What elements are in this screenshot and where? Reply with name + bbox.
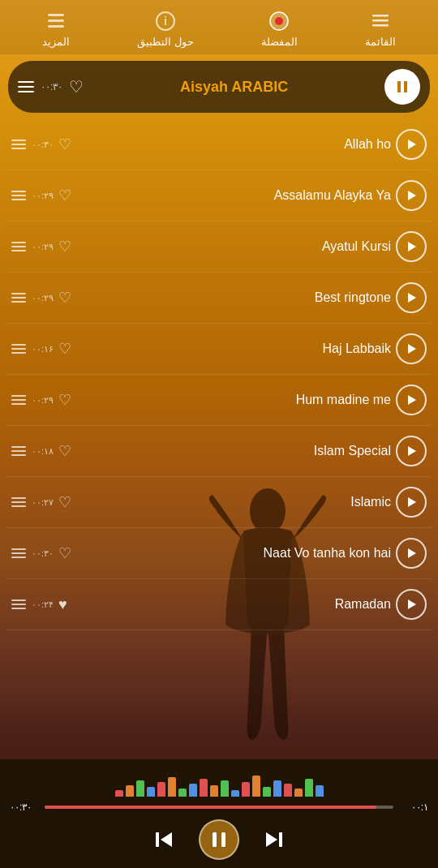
waveform-bar [157,782,165,797]
waveform-bar [136,780,144,797]
nav-more-label: المزيد [42,36,70,48]
bottom-player: ۰۰:۳۰ ‎۰۰:۱ [0,759,438,868]
waveform-bar [221,780,229,797]
now-playing-left: ‎۰۰:۳۰ ♡ [18,77,84,97]
now-playing-time: ‎۰۰:۳۰ [41,81,62,92]
song-menu-icon[interactable] [11,395,26,405]
song-heart[interactable]: ♡ [58,135,71,153]
svg-marker-19 [408,446,416,456]
waveform-bar [273,780,281,797]
now-playing-heart[interactable]: ♡ [69,77,84,97]
prev-button[interactable] [147,822,182,857]
song-menu-icon[interactable] [11,446,26,456]
song-item-left: ‎۰۰:۳۰ ♡ [11,135,71,153]
song-play-button[interactable] [396,538,427,569]
song-item-left: ‎۰۰:۲۹ ♡ [11,238,71,256]
song-heart[interactable]: ♡ [58,493,71,511]
nav-list-label: القائمة [365,36,396,48]
player-pause-button[interactable] [199,819,239,860]
song-play-button[interactable] [396,180,427,211]
song-title: Haj Labbaik [76,342,391,356]
song-heart[interactable]: ♥ [58,596,67,613]
song-time: ‎۰۰:۲۹ [31,242,54,252]
song-heart[interactable]: ♡ [58,442,71,460]
svg-marker-14 [408,191,416,200]
song-play-button[interactable] [396,282,427,313]
svg-rect-28 [279,832,282,847]
song-play-button[interactable] [396,333,427,364]
waveform-bar [294,789,303,797]
nav-more[interactable]: المزيد [42,10,70,48]
progress-fill [45,806,376,809]
svg-marker-13 [408,140,416,149]
svg-rect-9 [372,19,389,22]
song-menu-icon[interactable] [11,548,26,558]
song-time: ‎۰۰:۱۸ [31,446,54,457]
song-play-button[interactable] [396,231,427,262]
waveform-bar [231,790,239,797]
svg-rect-2 [48,19,64,22]
song-time: ‎۰۰:۳۰ [31,548,54,559]
svg-rect-8 [372,15,389,17]
song-time: ‎۰۰:۲۹ [31,293,54,303]
hamburger-icon[interactable] [18,81,34,92]
song-item-7: ‎۰۰:۱۸ ♡ Islam Special [6,426,432,477]
song-time: ‎۰۰:۳۰ [31,140,54,150]
song-menu-icon[interactable] [11,497,26,507]
waveform-bar [200,779,208,797]
song-menu-icon[interactable] [11,191,26,200]
progress-bar[interactable] [45,806,393,809]
waveform-bar [305,779,313,797]
waveform-bar [210,785,218,797]
svg-marker-23 [161,832,172,847]
song-item-3: ‎۰۰:۲۹ ♡ Ayatul Kursi [6,221,432,273]
song-item-left: ‎۰۰:۲۷ ♡ [11,493,71,511]
song-play-button[interactable] [396,436,427,466]
svg-rect-11 [397,81,401,92]
nav-list[interactable]: القائمة [365,10,396,48]
song-menu-icon[interactable] [11,599,26,609]
song-title: Naat Vo tanha kon hai [76,546,391,561]
svg-rect-1 [48,14,64,16]
song-time: ‎۰۰:۲۷ [31,497,54,508]
now-playing-pause-button[interactable] [384,69,420,105]
more-icon [45,10,67,32]
song-item-2: ‎۰۰:۲۹ ♡ Assalamu Alayka Ya [6,170,432,221]
song-item-4: ‎۰۰:۲۹ ♡ Best ringtone [6,273,432,324]
svg-text:i: i [164,15,167,28]
top-nav: المزيد i حول التطبيق المفضلة القا [0,0,438,54]
waveform-bar [284,784,292,797]
svg-point-7 [275,17,283,25]
song-menu-icon[interactable] [11,293,26,303]
song-menu-icon[interactable] [11,344,26,354]
nav-about[interactable]: i حول التطبيق [137,10,194,48]
song-heart[interactable]: ♡ [58,544,71,562]
song-item-10: ‎۰۰:۲۴ ♥ Ramadan [6,579,432,630]
song-title: Assalamu Alayka Ya [76,188,391,203]
waveform-bar [263,787,271,797]
song-heart[interactable]: ♡ [58,340,71,358]
song-item-left: ‎۰۰:۲۴ ♥ [11,596,68,613]
song-menu-icon[interactable] [11,242,26,251]
now-playing-title: Aisyah ARABIC [84,79,384,96]
song-time: ‎۰۰:۱۶ [31,344,54,355]
nav-favorites[interactable]: المفضلة [261,10,298,48]
song-item-8: ‎۰۰:۲۷ ♡ Islamic [6,477,432,528]
song-menu-icon[interactable] [11,140,26,149]
song-play-button[interactable] [396,487,427,518]
song-heart[interactable]: ♡ [58,187,71,204]
song-heart[interactable]: ♡ [58,391,71,409]
svg-rect-24 [156,832,159,847]
song-title: Hum madine me [76,393,391,407]
song-heart[interactable]: ♡ [58,289,71,307]
svg-rect-10 [372,24,389,27]
song-play-button[interactable] [396,129,427,160]
about-icon: i [154,10,177,32]
player-controls [10,819,428,860]
song-heart[interactable]: ♡ [58,238,71,256]
svg-marker-27 [266,832,277,847]
song-play-button[interactable] [396,589,427,620]
next-button[interactable] [256,822,291,857]
song-list: ‎۰۰:۳۰ ♡ Allah ho ‎۰۰:۲۹ ♡ Assalamu Alay… [0,119,438,630]
song-play-button[interactable] [396,385,427,415]
